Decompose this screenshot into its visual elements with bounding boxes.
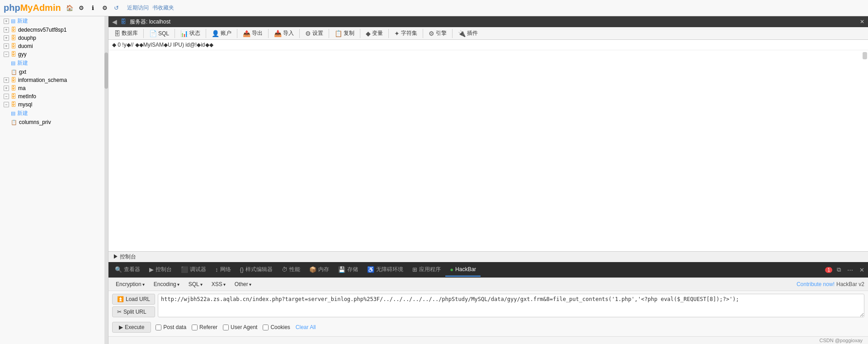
sidebar-item-douphp[interactable]: + 🗄 douphp xyxy=(0,34,108,42)
devtools-close-btn[interactable]: ✕ xyxy=(858,265,866,275)
sidebar-scroll[interactable]: + ▤ 新建 + 🗄 dedecmsv57utf8sp1 + 🗄 douphp xyxy=(0,16,108,126)
sidebar-item-metinfo[interactable]: − 🗄 metInfo xyxy=(0,92,108,100)
sql-icon: 📄 xyxy=(149,30,157,37)
toolbar-sep-4 xyxy=(237,29,237,38)
tab-hackbar[interactable]: ● HackBar xyxy=(445,263,481,277)
bookmarks-label[interactable]: 书收藏夹 xyxy=(152,4,174,12)
content-area: ◀ 🗄 服务器: localhost ✕ 🗄 数据库 📄 SQL 📊 状态 xyxy=(108,16,868,344)
tab-memory[interactable]: 📦 内存 xyxy=(305,263,334,277)
tab-style-editor[interactable]: {} 样式编辑器 xyxy=(236,263,278,277)
tab-network[interactable]: ↕ 网络 xyxy=(211,263,236,277)
main-area: + ▤ 新建 + 🗄 dedecmsv57utf8sp1 + 🗄 douphp xyxy=(0,16,868,344)
tab-debugger[interactable]: ⬛ 调试器 xyxy=(176,263,211,277)
hackbar-url-input[interactable]: http://wjbh522a.zs.aqlab.cn/index.php?ta… xyxy=(158,294,864,317)
toolbar-variables[interactable]: ◆ 变量 xyxy=(362,28,387,38)
sidebar-child-gxt[interactable]: 📋 gxt xyxy=(0,68,108,76)
split-url-button[interactable]: ✂ Split URL xyxy=(112,306,155,317)
toolbar-plugins[interactable]: 🔌 插件 xyxy=(454,28,481,38)
execute-button[interactable]: ▶ Execute xyxy=(112,322,151,333)
tab-hackbar-label: HackBar xyxy=(455,266,476,272)
toolbar-import[interactable]: 📥 导入 xyxy=(270,28,297,38)
checkbox-referer[interactable]: Referer xyxy=(192,324,217,330)
refresh-icon-btn[interactable]: ↺ xyxy=(112,3,122,13)
clear-all-btn[interactable]: Clear All xyxy=(296,324,316,330)
toolbar-charset-label: 字符集 xyxy=(401,29,417,37)
sidebar-item-info-schema[interactable]: + 🗄 information_schema xyxy=(0,76,108,84)
toolbar-sep-9 xyxy=(388,29,389,38)
toolbar-sql[interactable]: 📄 SQL xyxy=(146,29,173,38)
variables-icon: ◆ xyxy=(366,30,371,37)
sql-editor-input[interactable] xyxy=(108,50,868,251)
split-url-label: Split URL xyxy=(123,309,146,315)
user-agent-checkbox[interactable] xyxy=(223,325,229,330)
accounts-icon: 👤 xyxy=(212,30,219,37)
editor-scrollbar[interactable] xyxy=(863,52,867,59)
hackbar-contribute[interactable]: Contribute now! xyxy=(797,281,835,287)
sidebar-child-gyy-new[interactable]: ▤ 新建 xyxy=(0,58,108,68)
sidebar-item-ma[interactable]: + 🗄 ma xyxy=(0,84,108,92)
checkbox-cookies[interactable]: Cookies xyxy=(263,324,290,330)
post-data-checkbox[interactable] xyxy=(156,325,161,330)
devtools-dock-btn[interactable]: ⧉ xyxy=(835,264,843,275)
cookies-checkbox[interactable] xyxy=(263,325,269,330)
tab-accessibility[interactable]: ♿ 无障碍环境 xyxy=(363,263,408,277)
checkbox-user-agent[interactable]: User Agent xyxy=(223,324,257,330)
toolbar-accounts[interactable]: 👤 账户 xyxy=(208,28,235,38)
sidebar-item-new-top[interactable]: + ▤ 新建 xyxy=(0,16,108,26)
plugins-icon: 🔌 xyxy=(458,30,466,37)
hackbar-menu-encoding[interactable]: Encoding xyxy=(150,280,183,289)
sidebar-child-columns-priv[interactable]: 📋 columns_priv xyxy=(0,118,108,126)
tab-inspector[interactable]: 🔍 查看器 xyxy=(110,263,145,277)
toolbar-plugins-label: 插件 xyxy=(467,29,478,37)
settings-icon-btn[interactable]: ⚙ xyxy=(76,3,86,13)
tab-console-label: 控制台 xyxy=(156,266,172,273)
sidebar-child-mysql-new[interactable]: ▤ 新建 xyxy=(0,109,108,118)
toolbar-charset[interactable]: ✦ 字符集 xyxy=(391,28,421,38)
sidebar-scrollbar[interactable] xyxy=(104,16,108,344)
hackbar-menu-sql[interactable]: SQL xyxy=(185,280,206,289)
toolbar-sep-10 xyxy=(423,29,423,38)
memory-icon: 📦 xyxy=(309,266,316,273)
window-close-btn[interactable]: ✕ xyxy=(860,19,864,25)
recent-label[interactable]: 近期访问 xyxy=(127,4,149,12)
sidebar-item-duomi[interactable]: + 🗄 duomi xyxy=(0,42,108,50)
db-icon: 🗄 xyxy=(11,35,16,41)
hackbar-menu-xss[interactable]: XSS xyxy=(208,280,229,289)
window-back-btn[interactable]: ◀ xyxy=(112,18,117,25)
checkbox-post-data[interactable]: Post data xyxy=(156,324,186,330)
toolbar-database[interactable]: 🗄 数据库 xyxy=(110,28,142,38)
toolbar-replicate[interactable]: 📋 复制 xyxy=(331,28,358,38)
sidebar-item-mysql[interactable]: − 🗄 mysql xyxy=(0,100,108,109)
tab-application[interactable]: ⊞ 应用程序 xyxy=(408,263,445,277)
hackbar-menu-other[interactable]: Other xyxy=(231,280,255,289)
db-icon: 🗄 xyxy=(11,27,16,33)
console-icon: ▶ xyxy=(149,266,154,273)
toolbar-settings[interactable]: ⚙ 设置 xyxy=(302,28,327,38)
hackbar-menubar: Encryption Encoding SQL XSS Other xyxy=(108,278,868,291)
tab-console[interactable]: ▶ 控制台 xyxy=(145,263,176,277)
devtools-more-btn[interactable]: ⋯ xyxy=(845,265,855,275)
import-icon: 📥 xyxy=(274,30,282,37)
load-url-button[interactable]: ⏫ Load URL xyxy=(112,294,155,305)
home-icon-btn[interactable]: 🏠 xyxy=(65,3,75,13)
console-tab-label[interactable]: ▶ 控制台 xyxy=(108,251,868,262)
tab-performance[interactable]: ⏱ 性能 xyxy=(277,263,305,277)
info-icon-btn[interactable]: ℹ xyxy=(88,3,98,13)
toolbar-sep-11 xyxy=(452,29,453,38)
scrollbar-thumb[interactable] xyxy=(104,53,108,89)
sidebar-item-gyy[interactable]: − 🗄 gyy xyxy=(0,50,108,58)
db-icon: 🗄 xyxy=(11,85,16,91)
tab-storage[interactable]: 💾 存储 xyxy=(334,263,363,277)
expand-icon: + xyxy=(4,86,9,91)
referer-checkbox[interactable] xyxy=(192,325,198,330)
hackbar-menu-encryption[interactable]: Encryption xyxy=(112,280,148,289)
devtools-tabbar: 🔍 查看器 ▶ 控制台 ⬛ 调试器 ↕ 网络 {} 样式编辑器 ⏱ 性能 xyxy=(108,262,868,277)
toolbar-export[interactable]: 📤 导出 xyxy=(239,28,266,38)
toolbar-engines[interactable]: ⚙ 引擎 xyxy=(425,28,450,38)
toolbar-status[interactable]: 📊 状态 xyxy=(177,28,204,38)
sidebar-item-label: duomi xyxy=(18,43,33,49)
sidebar-item-label: metInfo xyxy=(18,93,36,100)
sidebar-item-dedecms[interactable]: + 🗄 dedecmsv57utf8sp1 xyxy=(0,26,108,34)
gear2-icon-btn[interactable]: ⚙ xyxy=(100,3,110,13)
inspector-icon: 🔍 xyxy=(115,266,122,273)
